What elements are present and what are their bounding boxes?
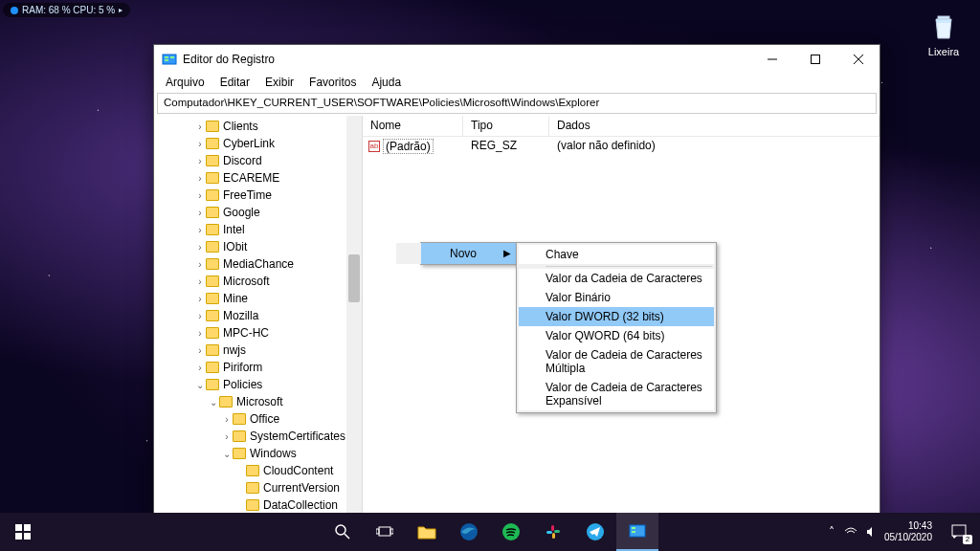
scrollbar-thumb[interactable] <box>348 254 360 302</box>
tree-twisty-icon[interactable]: › <box>194 173 206 184</box>
folder-icon <box>206 362 219 373</box>
tree-twisty-icon[interactable]: › <box>194 276 206 287</box>
tree-item-office[interactable]: ›Office <box>154 410 362 428</box>
menu-favoritos[interactable]: Favoritos <box>301 74 364 93</box>
context-item-4[interactable]: Valor QWORD (64 bits) <box>519 326 714 345</box>
context-item-3[interactable]: Valor DWORD (32 bits) <box>519 307 714 326</box>
menu-exibir[interactable]: Exibir <box>257 74 301 93</box>
tree-label: Microsoft <box>236 395 283 408</box>
tree-scrollbar[interactable] <box>346 116 362 517</box>
tree-twisty-icon[interactable]: › <box>194 208 206 218</box>
tree-item-microsoft[interactable]: ›Microsoft <box>154 273 362 290</box>
ram-cpu-widget[interactable]: RAM: 68 % CPU: 5 % ▸ <box>3 3 130 17</box>
close-button[interactable] <box>836 45 880 74</box>
context-item-6[interactable]: Valor de Cadeia de Caracteres Expansível <box>519 378 714 410</box>
context-item-2[interactable]: Valor Binário <box>519 288 714 307</box>
tree-item-cloudcontent[interactable]: CloudContent <box>154 462 362 479</box>
column-type[interactable]: Tipo <box>463 116 549 136</box>
folder-icon <box>206 172 219 184</box>
tree-item-ecareme[interactable]: ›ECAREME <box>154 169 362 187</box>
menu-arquivo[interactable]: Arquivo <box>158 74 212 93</box>
tray-wifi-icon[interactable] <box>844 525 858 539</box>
tree-twisty-icon[interactable]: ⌄ <box>221 449 233 459</box>
column-data[interactable]: Dados <box>549 116 880 136</box>
folder-icon <box>206 224 219 235</box>
tree-twisty-icon[interactable]: › <box>194 139 206 149</box>
tree-twisty-icon[interactable]: › <box>194 363 206 373</box>
context-item-0[interactable]: Chave <box>519 245 714 264</box>
context-item-5[interactable]: Valor de Cadeia de Caracteres Múltipla <box>519 345 714 378</box>
column-name[interactable]: Nome <box>363 116 463 136</box>
tree-item-mine[interactable]: ›Mine <box>154 290 362 307</box>
start-button[interactable] <box>0 513 46 551</box>
tree-twisty-icon[interactable]: › <box>221 431 233 442</box>
context-item-1[interactable]: Valor da Cadeia de Caracteres <box>519 269 714 288</box>
tree-item-freetime[interactable]: ›FreeTime <box>154 187 362 204</box>
tree-twisty-icon[interactable]: › <box>194 345 206 356</box>
tray-volume-icon[interactable] <box>867 525 875 539</box>
tree-pane[interactable]: ›Clients›CyberLink›Discord›ECAREME›FreeT… <box>154 116 363 517</box>
tree-item-datacollection[interactable]: DataCollection <box>154 496 362 514</box>
address-bar[interactable]: Computador\HKEY_CURRENT_USER\SOFTWARE\Po… <box>157 93 877 114</box>
folder-icon <box>206 327 219 339</box>
taskbar-regedit[interactable] <box>616 513 658 551</box>
taskbar-edge[interactable] <box>448 513 490 551</box>
taskbar-slack[interactable] <box>532 513 574 551</box>
tree-twisty-icon[interactable]: › <box>194 242 206 253</box>
taskbar-taskview[interactable] <box>364 513 406 551</box>
tree-twisty-icon[interactable]: ⌄ <box>208 397 219 408</box>
tray-clock[interactable]: 10:43 05/10/2020 <box>884 520 932 543</box>
tree-item-mediachance[interactable]: ›MediaChance <box>154 255 362 273</box>
tree-twisty-icon[interactable]: › <box>194 121 206 132</box>
tray-notifications[interactable]: 2 <box>942 519 976 544</box>
widget-dot-icon <box>11 7 18 14</box>
tree-item-systemcertificates[interactable]: ›SystemCertificates <box>154 428 362 445</box>
taskbar-spotify[interactable] <box>490 513 532 551</box>
taskbar-search[interactable] <box>322 513 364 551</box>
tree-twisty-icon[interactable]: › <box>194 311 206 321</box>
window-title: Editor do Registro <box>183 53 275 66</box>
tree-item-piriform[interactable]: ›Piriform <box>154 359 362 376</box>
tree-twisty-icon[interactable]: › <box>194 328 206 339</box>
titlebar[interactable]: Editor do Registro <box>154 45 880 74</box>
tree-item-google[interactable]: ›Google <box>154 204 362 221</box>
folder-icon <box>233 430 246 442</box>
tree-item-mozilla[interactable]: ›Mozilla <box>154 307 362 324</box>
tree-label: Google <box>223 206 260 219</box>
value-row-default[interactable]: ab (Padrão) REG_SZ (valor não definido) <box>363 137 880 156</box>
tree-twisty-icon[interactable]: › <box>194 190 206 201</box>
tree-twisty-icon[interactable]: ⌄ <box>194 380 206 390</box>
columns-header: Nome Tipo Dados <box>363 116 880 137</box>
tree-item-intel[interactable]: ›Intel <box>154 221 362 238</box>
tree-item-cyberlink[interactable]: ›CyberLink <box>154 135 362 152</box>
tray-chevron-icon[interactable]: ˄ <box>829 525 835 539</box>
context-item-novo[interactable]: Novo ▶ <box>396 243 517 264</box>
tree-twisty-icon[interactable]: › <box>194 294 206 304</box>
folder-icon <box>206 207 219 218</box>
tree-item-mpc-hc[interactable]: ›MPC-HC <box>154 324 362 342</box>
recycle-bin[interactable]: Lixeira <box>926 10 961 57</box>
tree-item-clients[interactable]: ›Clients <box>154 118 362 135</box>
tree-twisty-icon[interactable]: › <box>194 225 206 235</box>
taskbar-telegram[interactable] <box>574 513 616 551</box>
tree-item-policies[interactable]: ⌄Policies <box>154 376 362 393</box>
taskbar-explorer[interactable] <box>406 513 448 551</box>
tree-item-windows[interactable]: ⌄Windows <box>154 445 362 462</box>
tree-item-currentversion[interactable]: CurrentVersion <box>154 479 362 496</box>
tree-item-microsoft[interactable]: ⌄Microsoft <box>154 393 362 410</box>
tree-twisty-icon[interactable]: › <box>194 156 206 166</box>
tree-item-iobit[interactable]: ›IObit <box>154 238 362 255</box>
tree-item-discord[interactable]: ›Discord <box>154 152 362 169</box>
tree-twisty-icon[interactable]: › <box>194 259 206 270</box>
svg-rect-3 <box>165 59 168 61</box>
menu-ajuda[interactable]: Ajuda <box>364 74 409 93</box>
tree-twisty-icon[interactable]: › <box>221 414 233 425</box>
tree-label: FreeTime <box>223 188 272 202</box>
minimize-button[interactable] <box>750 45 793 74</box>
tree-item-nwjs[interactable]: ›nwjs <box>154 342 362 359</box>
svg-rect-20 <box>551 525 554 531</box>
menu-editar[interactable]: Editar <box>212 74 257 93</box>
maximize-button[interactable] <box>793 45 836 74</box>
folder-icon <box>206 121 219 132</box>
tree-label: Office <box>250 412 279 426</box>
